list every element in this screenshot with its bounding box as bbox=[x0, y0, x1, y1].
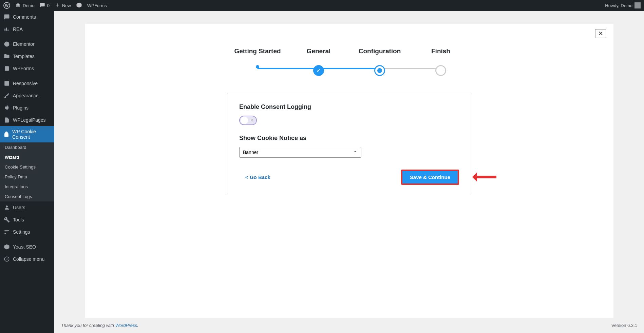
sidebar-item-label: Responsive bbox=[13, 81, 38, 86]
consent-logging-label: Enable Consent Logging bbox=[239, 103, 459, 111]
sidebar-item-comments[interactable]: Comments bbox=[0, 11, 54, 23]
wpforms-label: WPForms bbox=[87, 3, 107, 8]
consent-logging-group: Enable Consent Logging ✕ bbox=[239, 103, 459, 125]
sidebar-item-label: Settings bbox=[13, 229, 30, 235]
elementor-icon bbox=[3, 41, 10, 47]
new-label: New bbox=[62, 3, 71, 8]
cookie-notice-group: Show Cookie Notice as Banner bbox=[239, 135, 459, 158]
footer: Thank you for creating with WordPress. V… bbox=[61, 318, 637, 333]
sidebar-item-label: Users bbox=[13, 205, 25, 210]
admin-bar-right: Howdy, Demo bbox=[605, 2, 641, 8]
comment-icon bbox=[40, 2, 45, 9]
site-name: Demo bbox=[23, 3, 35, 8]
yoast-icon bbox=[3, 243, 10, 250]
admin-sidebar: Comments REA Elementor Templates WPForms… bbox=[0, 11, 54, 333]
new-content-link[interactable]: New bbox=[55, 2, 71, 9]
comment-count: 0 bbox=[47, 3, 50, 8]
toggle-x-icon: ✕ bbox=[250, 118, 253, 123]
yoast-link[interactable] bbox=[76, 2, 82, 9]
step-circle-current bbox=[374, 65, 385, 76]
save-btn-wrap: Save & Continue bbox=[401, 170, 459, 185]
form-actions: < Go Back Save & Continue bbox=[239, 170, 459, 185]
sidebar-item-label: Collapse menu bbox=[13, 256, 44, 262]
step-configuration[interactable]: Configuration bbox=[349, 47, 410, 76]
wizard-stepper: Getting Started General Configuration Fi… bbox=[227, 47, 471, 76]
wordpress-logo-icon: W bbox=[3, 2, 10, 9]
admin-bar-left: W Demo 0 New WPForms bbox=[3, 2, 107, 9]
cookie-notice-label: Show Cookie Notice as bbox=[239, 135, 459, 142]
cookie-notice-select-wrap: Banner bbox=[239, 147, 361, 158]
arrow-annotation bbox=[473, 176, 496, 178]
submenu-dashboard[interactable]: Dashboard bbox=[0, 142, 54, 152]
form-icon bbox=[3, 65, 10, 72]
sidebar-item-label: Comments bbox=[13, 14, 36, 20]
howdy-link[interactable]: Howdy, Demo bbox=[605, 2, 641, 8]
brush-icon bbox=[3, 92, 10, 99]
step-getting-started[interactable]: Getting Started bbox=[227, 47, 288, 76]
toggle-thumb bbox=[241, 117, 248, 124]
sidebar-collapse[interactable]: Collapse menu bbox=[0, 253, 54, 265]
svg-rect-2 bbox=[4, 81, 9, 86]
sidebar-item-elementor[interactable]: Elementor bbox=[0, 38, 54, 50]
step-general[interactable]: General bbox=[288, 47, 349, 76]
sidebar-item-label: Templates bbox=[13, 54, 35, 59]
close-button[interactable]: ✕ bbox=[595, 29, 606, 38]
save-continue-button[interactable]: Save & Continue bbox=[401, 170, 459, 185]
sidebar-item-label: Yoast SEO bbox=[13, 244, 36, 250]
sidebar-item-plugins[interactable]: Plugins bbox=[0, 102, 54, 114]
user-icon bbox=[3, 204, 10, 211]
sidebar-item-templates[interactable]: Templates bbox=[0, 50, 54, 62]
howdy-text: Howdy, Demo bbox=[605, 3, 632, 8]
submenu-cookie-settings[interactable]: Cookie Settings bbox=[0, 162, 54, 172]
settings-icon bbox=[3, 229, 10, 235]
wizard-form: Enable Consent Logging ✕ Show Cookie Not… bbox=[227, 93, 471, 195]
collapse-icon bbox=[3, 256, 10, 262]
wpforms-link[interactable]: WPForms bbox=[87, 3, 107, 8]
step-finish[interactable]: Finish bbox=[410, 47, 471, 76]
site-name-link[interactable]: Demo bbox=[15, 2, 35, 9]
sidebar-item-label: Plugins bbox=[13, 105, 29, 111]
submenu-wizard[interactable]: Wizard bbox=[0, 152, 54, 162]
sidebar-item-settings[interactable]: Settings bbox=[0, 226, 54, 238]
submenu-consent-logs[interactable]: Consent Logs bbox=[0, 192, 54, 201]
page-icon bbox=[3, 117, 10, 123]
sidebar-item-label: WPLegalPages bbox=[13, 117, 46, 123]
sidebar-item-yoast[interactable]: Yoast SEO bbox=[0, 241, 54, 253]
comments-link[interactable]: 0 bbox=[40, 2, 50, 9]
wizard-panel: ✕ Getting Started General Configuration … bbox=[85, 24, 613, 318]
sidebar-item-label: Elementor bbox=[13, 41, 35, 47]
wordpress-link[interactable]: WordPress bbox=[115, 323, 137, 328]
admin-bar: W Demo 0 New WPForms bbox=[0, 0, 644, 11]
sidebar-item-appearance[interactable]: Appearance bbox=[0, 90, 54, 102]
consent-logging-toggle[interactable]: ✕ bbox=[239, 116, 257, 125]
wp-logo[interactable]: W bbox=[3, 2, 10, 9]
sidebar-item-responsive[interactable]: Responsive bbox=[0, 77, 54, 90]
comment-icon bbox=[3, 14, 10, 20]
sidebar-item-rea[interactable]: REA bbox=[0, 23, 54, 35]
submenu-policy-data[interactable]: Policy Data bbox=[0, 172, 54, 182]
plus-icon bbox=[55, 2, 60, 9]
wrench-icon bbox=[3, 216, 10, 223]
yoast-icon bbox=[76, 2, 82, 9]
sidebar-item-wplegalpages[interactable]: WPLegalPages bbox=[0, 114, 54, 126]
sidebar-item-label: REA bbox=[13, 26, 23, 32]
sidebar-item-wpcookieconsent[interactable]: WP Cookie Consent bbox=[0, 126, 54, 142]
go-back-link[interactable]: < Go Back bbox=[239, 174, 270, 180]
cookie-notice-select[interactable]: Banner bbox=[239, 147, 361, 158]
sidebar-item-label: Tools bbox=[13, 217, 24, 222]
svg-point-0 bbox=[4, 42, 10, 47]
submenu: Dashboard Wizard Cookie Settings Policy … bbox=[0, 142, 54, 201]
lock-icon bbox=[3, 131, 10, 138]
sidebar-item-wpforms[interactable]: WPForms bbox=[0, 62, 54, 75]
step-dot bbox=[256, 65, 259, 68]
folder-icon bbox=[3, 53, 10, 60]
sidebar-item-tools[interactable]: Tools bbox=[0, 214, 54, 226]
sidebar-item-label: WPForms bbox=[13, 66, 34, 71]
sidebar-item-users[interactable]: Users bbox=[0, 201, 54, 214]
step-circle-completed bbox=[313, 65, 324, 76]
submenu-integrations[interactable]: Integrations bbox=[0, 182, 54, 192]
sidebar-item-label: WP Cookie Consent bbox=[12, 129, 51, 140]
home-icon bbox=[15, 2, 21, 9]
main-content: ✕ Getting Started General Configuration … bbox=[54, 11, 644, 333]
avatar-icon bbox=[634, 2, 641, 8]
